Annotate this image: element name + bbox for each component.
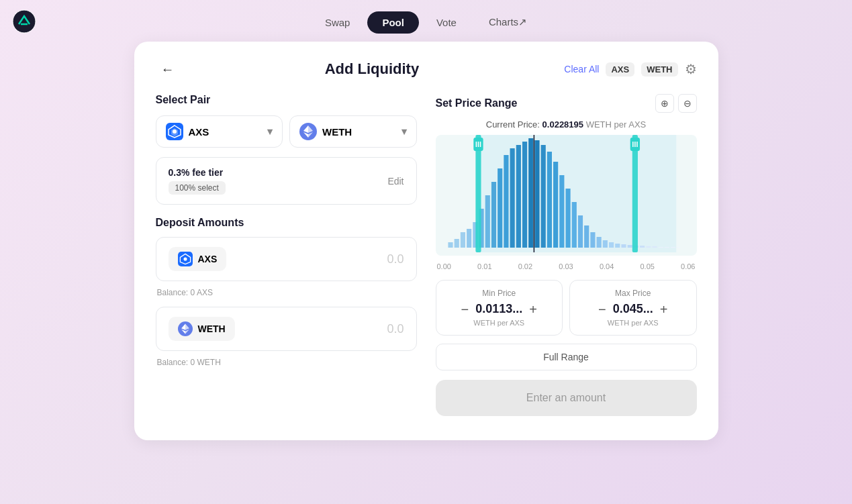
- max-price-unit: WETH per AXS: [579, 319, 687, 327]
- svg-rect-41: [584, 225, 589, 248]
- svg-rect-48: [627, 245, 632, 248]
- settings-button[interactable]: ⚙: [685, 61, 697, 77]
- svg-rect-56: [677, 247, 679, 248]
- axs-deposit-label: AXS: [198, 254, 218, 264]
- back-button[interactable]: ←: [156, 62, 180, 77]
- axs-icon: [166, 123, 183, 140]
- svg-rect-58: [475, 135, 481, 252]
- max-price-value: 0.045...: [613, 302, 653, 316]
- select-pair-section: Select Pair AXS ▾: [156, 94, 417, 148]
- svg-rect-53: [658, 247, 663, 248]
- svg-point-12: [183, 257, 187, 260]
- top-nav: Swap Pool Vote Charts↗: [0, 0, 852, 42]
- clear-all-button[interactable]: Clear All: [564, 64, 599, 74]
- axs-balance: Balance: 0 AXS: [157, 288, 417, 297]
- token2-label: WETH: [322, 126, 352, 138]
- left-column: Select Pair AXS ▾: [156, 94, 417, 416]
- svg-rect-28: [504, 155, 508, 248]
- deposit-title: Deposit Amounts: [156, 217, 417, 229]
- axs-deposit-box: AXS 0.0: [156, 237, 417, 281]
- svg-rect-32: [528, 138, 533, 248]
- select-pair-title: Select Pair: [156, 94, 417, 106]
- fee-tier-label: 0.3% fee tier: [169, 167, 226, 178]
- svg-rect-30: [516, 145, 520, 248]
- deposit-section: Deposit Amounts AXS 0.0 Balance: 0 AXS: [156, 217, 417, 367]
- svg-rect-40: [577, 215, 582, 248]
- max-price-decrease[interactable]: −: [598, 303, 606, 316]
- svg-rect-43: [596, 237, 601, 248]
- svg-rect-26: [491, 182, 495, 248]
- axs-amount: 0.0: [387, 252, 404, 266]
- min-price-box: Min Price − 0.0113... + WETH per AXS: [436, 280, 563, 336]
- min-price-decrease[interactable]: −: [461, 303, 469, 316]
- weth-balance: Balance: 0 WETH: [157, 358, 417, 367]
- nav-swap[interactable]: Swap: [310, 11, 365, 34]
- page-title: Add Liquidity: [325, 60, 420, 78]
- fee-box: 0.3% fee tier 100% select Edit: [156, 157, 417, 205]
- svg-rect-46: [615, 244, 620, 248]
- weth-amount: 0.0: [387, 322, 404, 336]
- edit-fee-button[interactable]: Edit: [387, 176, 404, 187]
- svg-point-4: [173, 130, 177, 134]
- current-price: Current Price: 0.0228195 WETH per AXS: [436, 119, 697, 130]
- svg-rect-29: [510, 148, 514, 248]
- min-price-unit: WETH per AXS: [446, 319, 553, 327]
- svg-rect-34: [540, 145, 545, 248]
- zoom-out-button[interactable]: ⊖: [678, 94, 697, 113]
- price-inputs: Min Price − 0.0113... + WETH per AXS Max…: [436, 280, 697, 336]
- svg-rect-31: [522, 142, 526, 248]
- main-card: ← Add Liquidity Clear All AXS WETH ⚙ Sel…: [134, 42, 718, 440]
- svg-point-0: [13, 10, 36, 33]
- svg-rect-27: [498, 168, 502, 248]
- svg-rect-33: [534, 140, 539, 248]
- svg-rect-55: [671, 247, 675, 248]
- min-price-increase[interactable]: +: [529, 303, 537, 316]
- card-header: ← Add Liquidity Clear All AXS WETH ⚙: [156, 60, 697, 78]
- token2-badge: WETH: [641, 62, 677, 77]
- svg-rect-21: [460, 232, 465, 248]
- svg-rect-52: [652, 246, 657, 248]
- token2-select[interactable]: WETH ▾: [289, 115, 417, 148]
- token1-label: AXS: [189, 126, 209, 138]
- weth-deposit-box: WETH 0.0: [156, 307, 417, 351]
- svg-rect-25: [485, 195, 489, 248]
- svg-rect-20: [454, 239, 459, 248]
- right-column: Set Price Range ⊕ ⊖ Current Price: 0.022…: [436, 94, 697, 416]
- svg-rect-39: [571, 202, 576, 248]
- svg-rect-42: [590, 232, 595, 248]
- svg-rect-44: [602, 240, 607, 248]
- weth-deposit-label: WETH: [198, 323, 226, 334]
- nav-charts[interactable]: Charts↗: [474, 11, 542, 34]
- svg-rect-45: [608, 242, 613, 248]
- axs-deposit-token-btn[interactable]: AXS: [169, 247, 227, 271]
- weth-deposit-icon: [178, 321, 193, 336]
- svg-rect-38: [565, 189, 570, 248]
- max-price-label: Max Price: [579, 289, 687, 298]
- weth-deposit-token-btn[interactable]: WETH: [169, 317, 235, 341]
- svg-rect-47: [621, 244, 626, 248]
- svg-rect-22: [467, 229, 471, 248]
- max-price-increase[interactable]: +: [660, 303, 668, 316]
- nav-vote[interactable]: Vote: [422, 11, 471, 34]
- svg-rect-35: [547, 152, 551, 248]
- price-range-header: Set Price Range ⊕ ⊖: [436, 94, 697, 113]
- svg-rect-63: [632, 135, 637, 252]
- header-right: Clear All AXS WETH ⚙: [564, 61, 696, 77]
- svg-rect-36: [553, 162, 558, 248]
- token1-chevron: ▾: [267, 125, 273, 138]
- full-range-button[interactable]: Full Range: [436, 344, 697, 370]
- logo: [12, 9, 36, 34]
- svg-rect-51: [646, 246, 651, 248]
- chart-x-labels: 0.00 0.01 0.02 0.03 0.04 0.05 0.06: [436, 262, 697, 270]
- min-price-label: Min Price: [446, 289, 553, 298]
- token1-select[interactable]: AXS ▾: [156, 115, 283, 148]
- max-price-box: Max Price − 0.045... + WETH per AXS: [569, 280, 697, 336]
- weth-icon: [299, 123, 317, 140]
- nav-pool[interactable]: Pool: [367, 11, 419, 34]
- zoom-controls: ⊕ ⊖: [655, 94, 697, 113]
- enter-amount-button[interactable]: Enter an amount: [436, 380, 697, 416]
- svg-rect-54: [664, 247, 669, 248]
- zoom-in-button[interactable]: ⊕: [655, 94, 674, 113]
- fee-select-badge: 100% select: [169, 181, 226, 195]
- price-chart: [436, 135, 697, 256]
